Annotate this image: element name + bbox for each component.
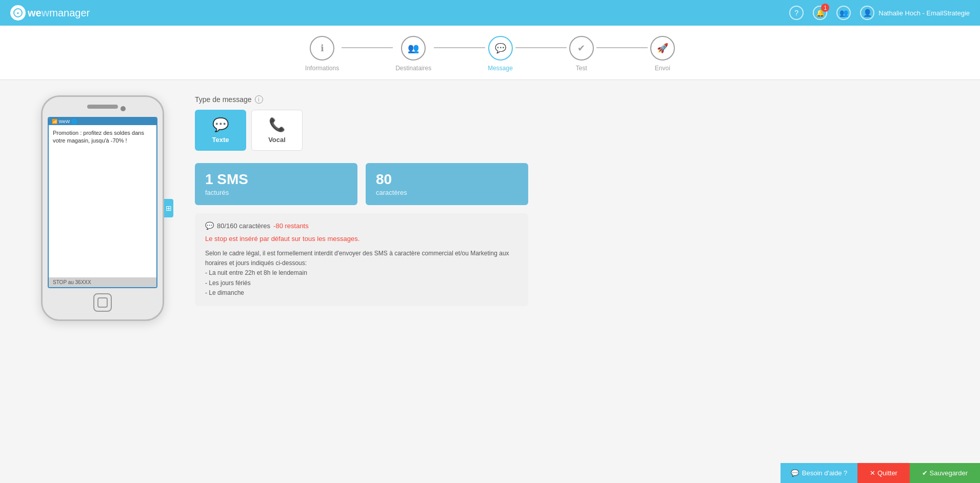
message-type-info-icon[interactable]: i <box>255 95 263 104</box>
notification-badge: 1 <box>821 4 829 12</box>
step-label-test: Test <box>576 65 587 72</box>
phone-screen: 📶 WeW 🌐 Promotion : profitez des soldes … <box>48 117 157 288</box>
phone-home-button[interactable] <box>93 293 112 312</box>
header: ● wewmanager ? 🔔 1 👥 👤 Nathalie Hoch - E… <box>0 0 980 26</box>
sms-sublabel: facturés <box>205 189 229 196</box>
remaining-text: -80 restants <box>273 222 309 230</box>
save-button[interactable]: ✔ Sauvegarder <box>910 463 980 483</box>
phone-stop-text: STOP au 36XXX <box>53 279 91 285</box>
legal-text: Selon le cadre légal, il est formellemen… <box>205 249 518 298</box>
char-count-line: 💬 80/160 caractères -80 restants <box>205 222 518 230</box>
connector-4 <box>596 47 648 48</box>
quit-label: ✕ Quitter <box>870 469 897 477</box>
step-test[interactable]: ✔ Test <box>569 36 594 72</box>
status-signal: 📶 WeW 🌐 <box>52 119 77 124</box>
logo-circle: ● <box>10 5 26 21</box>
connector-3 <box>515 47 567 48</box>
message-type-text: Type de message <box>195 95 252 104</box>
step-informations[interactable]: ℹ Informations <box>305 36 339 72</box>
help-chat-icon: 💬 <box>791 469 799 477</box>
step-label-message: Message <box>488 65 513 72</box>
main-content: 📶 WeW 🌐 Promotion : profitez des soldes … <box>0 80 980 336</box>
quit-button[interactable]: ✕ Quitter <box>857 463 910 483</box>
stepper: ℹ Informations 👥 Destinataires 💬 Message… <box>0 26 980 80</box>
texte-icon: 💬 <box>212 117 229 133</box>
help-icon[interactable]: ? <box>789 6 804 20</box>
stat-box-sms: 1 SMS facturés <box>195 163 357 205</box>
logo: ● wewmanager <box>10 5 90 21</box>
right-panel: Type de message i 💬 Texte 📞 Vocal 1 SMS … <box>195 95 528 306</box>
vocal-icon: 📞 <box>269 117 285 133</box>
step-message[interactable]: 💬 Message <box>488 36 513 72</box>
char-count: 80 <box>376 171 518 188</box>
phone-message-text: Promotion : profitez des soldes dans vot… <box>53 130 144 144</box>
sms-count: 1 SMS <box>205 171 347 188</box>
texte-label: Texte <box>212 136 229 144</box>
connector-1 <box>342 47 393 48</box>
notification-icon[interactable]: 🔔 1 <box>813 6 827 20</box>
phone-status-bar: 📶 WeW 🌐 <box>49 118 156 125</box>
user-avatar: 👤 <box>860 6 874 20</box>
type-button-texte[interactable]: 💬 Texte <box>195 110 246 151</box>
phone-side-icon: ⊞ <box>166 204 172 212</box>
step-circle-informations: ℹ <box>310 36 334 61</box>
info-panel: 💬 80/160 caractères -80 restants Le stop… <box>195 213 528 306</box>
bottom-bar: 💬 Besoin d'aide ? ✕ Quitter ✔ Sauvegarde… <box>781 463 980 483</box>
phone-wrapper: 📶 WeW 🌐 Promotion : profitez des soldes … <box>41 95 164 321</box>
connector-2 <box>434 47 485 48</box>
phone-message-area: Promotion : profitez des soldes dans vot… <box>49 125 156 277</box>
step-label-informations: Informations <box>305 65 339 72</box>
char-count-text: 80/160 caractères <box>217 222 270 230</box>
help-button[interactable]: 💬 Besoin d'aide ? <box>781 463 858 483</box>
stepper-container: ℹ Informations 👥 Destinataires 💬 Message… <box>305 36 675 72</box>
phone-side-button[interactable]: ⊞ <box>164 199 173 217</box>
step-circle-envoi: 🚀 <box>650 36 675 61</box>
step-circle-message: 💬 <box>488 36 513 61</box>
users-icon[interactable]: 👥 <box>836 6 851 20</box>
save-label: ✔ Sauvegarder <box>922 469 968 477</box>
type-button-vocal[interactable]: 📞 Vocal <box>251 110 303 151</box>
step-destinataires[interactable]: 👥 Destinataires <box>395 36 431 72</box>
step-circle-destinataires: 👥 <box>401 36 426 61</box>
stats-row: 1 SMS facturés 80 caractères <box>195 163 528 205</box>
user-name: Nathalie Hoch - EmailStrategie <box>878 9 970 17</box>
phone-mockup: 📶 WeW 🌐 Promotion : profitez des soldes … <box>41 95 164 321</box>
step-label-envoi: Envoi <box>655 65 670 72</box>
type-buttons: 💬 Texte 📞 Vocal <box>195 110 528 151</box>
phone-camera <box>121 106 126 111</box>
user-info[interactable]: 👤 Nathalie Hoch - EmailStrategie <box>860 6 970 20</box>
help-label: Besoin d'aide ? <box>802 469 848 477</box>
step-label-destinataires: Destinataires <box>395 65 431 72</box>
phone-home-inner <box>97 297 108 308</box>
chat-bubble-icon: 💬 <box>205 222 214 230</box>
logo-text: wewmanager <box>28 7 90 19</box>
phone-stop-bar: STOP au 36XXX <box>49 277 156 287</box>
header-icons: ? 🔔 1 👥 👤 Nathalie Hoch - EmailStrategie <box>789 6 970 20</box>
char-label: caractères <box>376 189 407 196</box>
step-circle-test: ✔ <box>569 36 594 61</box>
step-envoi[interactable]: 🚀 Envoi <box>650 36 675 72</box>
message-type-label: Type de message i <box>195 95 528 104</box>
phone-speaker <box>87 105 118 109</box>
vocal-label: Vocal <box>268 136 286 144</box>
logo-circle-inner: ● <box>13 8 23 17</box>
stat-box-chars: 80 caractères <box>366 163 528 205</box>
stop-warning: Le stop est inséré par défaut sur tous l… <box>205 235 518 243</box>
